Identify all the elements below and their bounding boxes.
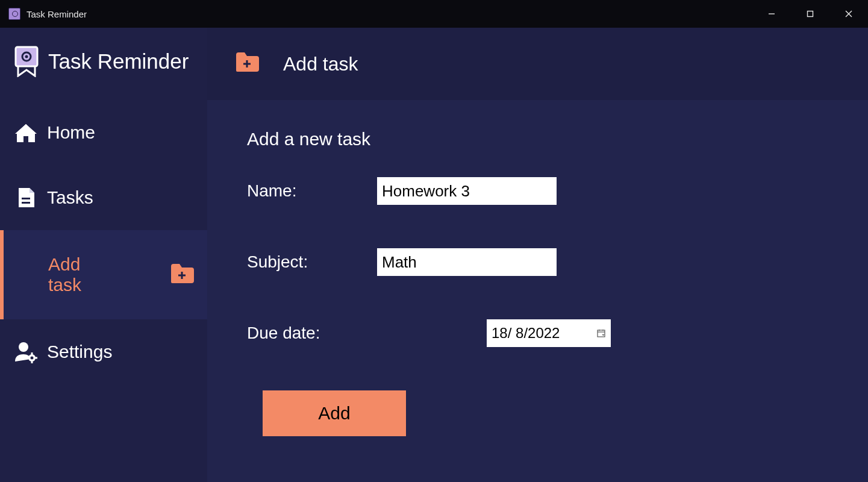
due-date-value: 18/ 8/2022 bbox=[492, 325, 560, 342]
home-icon bbox=[13, 120, 39, 145]
form-heading: Add a new task bbox=[247, 129, 828, 149]
app-icon bbox=[8, 8, 20, 20]
brand-title: Task Reminder bbox=[48, 49, 189, 74]
svg-rect-17 bbox=[35, 357, 37, 359]
window-title: Task Reminder bbox=[27, 9, 87, 19]
label-due-date: Due date: bbox=[247, 324, 487, 343]
minimize-button[interactable] bbox=[752, 0, 791, 28]
add-button[interactable]: Add bbox=[263, 390, 406, 436]
user-gear-icon bbox=[13, 340, 39, 364]
svg-point-13 bbox=[31, 357, 34, 360]
brand: Task Reminder bbox=[0, 46, 207, 100]
content-header: Add task bbox=[207, 28, 868, 100]
folder-plus-icon bbox=[235, 51, 259, 77]
sidebar-item-add-task[interactable]: Add task bbox=[0, 230, 207, 319]
add-task-form: Add a new task Name: Subject: Due date: … bbox=[207, 100, 868, 482]
svg-rect-7 bbox=[22, 198, 30, 199]
calendar-dropdown-icon[interactable] bbox=[596, 328, 606, 338]
svg-rect-8 bbox=[22, 202, 30, 204]
name-input[interactable] bbox=[377, 177, 557, 205]
row-subject: Subject: bbox=[247, 248, 828, 276]
page-title: Add task bbox=[283, 53, 358, 75]
svg-rect-14 bbox=[31, 352, 33, 355]
label-name: Name: bbox=[247, 181, 377, 201]
content: Add task Add a new task Name: Subject: D… bbox=[207, 28, 868, 482]
sidebar-item-tasks[interactable]: Tasks bbox=[0, 165, 207, 230]
svg-point-6 bbox=[25, 55, 28, 58]
due-date-input[interactable]: 18/ 8/2022 bbox=[487, 319, 611, 347]
close-button[interactable] bbox=[829, 0, 868, 28]
document-icon bbox=[13, 186, 39, 210]
sidebar-item-settings[interactable]: Settings bbox=[0, 319, 207, 384]
brand-logo-icon bbox=[13, 46, 40, 77]
sidebar-item-label: Home bbox=[47, 122, 95, 143]
sidebar-item-label: Settings bbox=[47, 342, 112, 362]
svg-rect-16 bbox=[27, 357, 29, 359]
row-name: Name: bbox=[247, 177, 828, 205]
row-due-date: Due date: 18/ 8/2022 bbox=[247, 319, 828, 347]
label-subject: Subject: bbox=[247, 252, 377, 272]
sidebar-item-home[interactable]: Home bbox=[0, 100, 207, 165]
subject-input[interactable] bbox=[377, 248, 557, 276]
svg-rect-15 bbox=[31, 361, 33, 363]
window-titlebar: Task Reminder bbox=[0, 0, 868, 28]
svg-rect-1 bbox=[808, 11, 813, 17]
sidebar-item-label: Tasks bbox=[47, 187, 93, 208]
svg-rect-20 bbox=[598, 330, 605, 337]
maximize-button[interactable] bbox=[791, 0, 829, 28]
folder-plus-icon bbox=[170, 263, 194, 287]
svg-point-11 bbox=[19, 342, 28, 352]
sidebar-item-label: Add task bbox=[48, 254, 114, 295]
sidebar: Task Reminder Home Tasks Add task bbox=[0, 28, 207, 482]
